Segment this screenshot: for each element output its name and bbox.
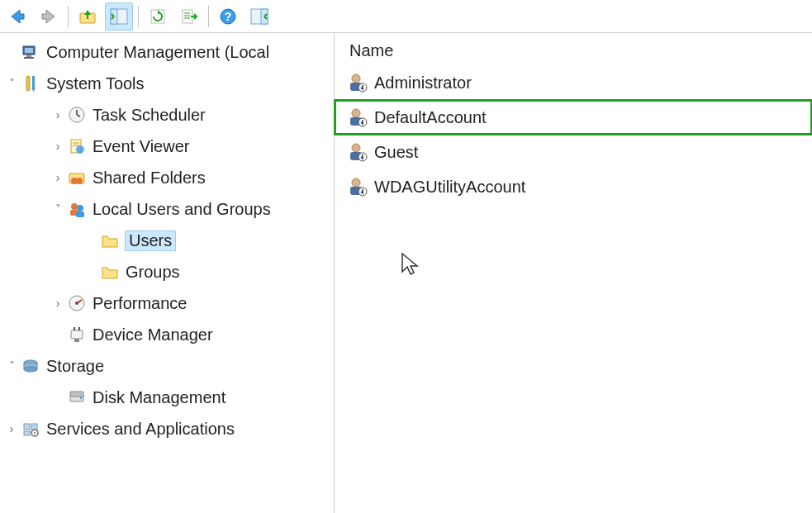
list-item-administrator[interactable]: Administrator [335, 65, 812, 100]
tree-label: Device Manager [93, 325, 213, 344]
toolbar-separator-2 [138, 6, 139, 27]
svg-rect-16 [26, 76, 30, 91]
nav-forward-button[interactable] [35, 2, 63, 31]
cursor-icon [401, 252, 420, 277]
svg-point-28 [71, 203, 78, 210]
toggle-action-pane-button[interactable] [245, 2, 273, 31]
svg-point-33 [75, 302, 78, 305]
performance-icon [66, 292, 88, 314]
toolbar-separator [68, 6, 69, 27]
user-disabled-icon [346, 106, 369, 129]
svg-rect-15 [24, 57, 34, 59]
svg-point-49 [352, 74, 360, 83]
tree-label: Computer Management (Local [46, 43, 269, 62]
tree-node-users[interactable]: Users [0, 225, 334, 256]
expander-icon[interactable]: › [50, 140, 66, 153]
svg-rect-17 [32, 76, 35, 88]
list-item-defaultaccount[interactable]: DefaultAccount [335, 100, 812, 135]
tree-node-services-apps[interactable]: › Services and Applications [0, 413, 334, 444]
tree-node-computer-management[interactable]: Computer Management (Local [0, 36, 334, 68]
svg-text:?: ? [225, 10, 232, 23]
tree-label: Services and Applications [46, 420, 235, 439]
export-icon [180, 7, 198, 26]
tree-node-performance[interactable]: › Performance [0, 287, 334, 319]
tree-label: Local Users and Groups [93, 200, 271, 219]
tree-node-disk-management[interactable]: Disk Management [0, 382, 334, 413]
nav-back-button[interactable] [3, 2, 31, 31]
storage-icon [20, 355, 41, 377]
expander-icon[interactable]: › [50, 171, 66, 184]
shared-folders-icon [66, 167, 88, 188]
tree-node-task-scheduler[interactable]: › Task Scheduler [0, 99, 334, 131]
disk-management-icon [66, 387, 88, 408]
svg-point-52 [352, 109, 360, 117]
up-level-button[interactable] [74, 2, 102, 31]
expander-icon[interactable]: ˅ [50, 202, 66, 216]
list-item-label: Guest [374, 143, 418, 162]
services-apps-icon [20, 418, 41, 439]
svg-rect-46 [24, 431, 30, 435]
list-item-wdagutilityaccount[interactable]: WDAGUtilityAccount [335, 169, 812, 204]
tree-node-groups[interactable]: Groups [0, 256, 334, 287]
svg-point-58 [352, 178, 360, 187]
list-item-label: DefaultAccount [374, 108, 487, 127]
refresh-icon [149, 7, 167, 26]
folder-up-icon [78, 7, 97, 26]
folder-icon [99, 261, 121, 283]
list-item-label: Administrator [374, 74, 472, 93]
svg-rect-45 [31, 424, 37, 430]
user-disabled-icon [346, 140, 369, 164]
svg-rect-13 [25, 48, 33, 53]
expander-icon[interactable]: ˅ [3, 359, 20, 373]
tree-label: Shared Folders [93, 169, 206, 188]
list-column-name[interactable]: Name [335, 36, 812, 65]
help-icon: ? [219, 7, 237, 26]
svg-rect-14 [26, 55, 31, 57]
device-manager-icon [66, 324, 88, 345]
toolbar-separator-3 [208, 6, 209, 27]
expander-icon[interactable]: › [50, 297, 66, 310]
export-list-button[interactable] [175, 2, 203, 31]
svg-rect-37 [74, 339, 79, 342]
expander-icon[interactable]: › [3, 422, 20, 435]
svg-point-55 [352, 144, 360, 152]
svg-rect-42 [70, 392, 83, 397]
clock-icon [66, 104, 88, 126]
toggle-tree-button[interactable] [105, 2, 133, 31]
tree-node-storage[interactable]: ˅ Storage [0, 350, 334, 382]
pane-tree-icon [109, 7, 129, 26]
expander-icon[interactable]: ˅ [3, 77, 20, 90]
user-disabled-icon [346, 71, 369, 94]
tree-label: Disk Management [93, 388, 226, 407]
list-item-label: WDAGUtilityAccount [374, 178, 525, 197]
svg-point-43 [80, 397, 82, 399]
svg-point-40 [24, 367, 37, 372]
tree-label: Performance [93, 294, 188, 313]
arrow-left-icon [7, 7, 27, 26]
tree-node-shared-folders[interactable]: › Shared Folders [0, 162, 334, 193]
expander-icon[interactable]: › [50, 108, 66, 121]
folder-icon [99, 230, 121, 251]
svg-point-24 [76, 145, 84, 154]
tree-node-system-tools[interactable]: ˅ System Tools [0, 68, 334, 99]
help-button[interactable]: ? [214, 2, 242, 31]
svg-rect-44 [24, 424, 30, 430]
event-viewer-icon [66, 135, 88, 157]
tree-label: Event Viewer [93, 137, 189, 156]
tree-pane: Computer Management (Local ˅ System Tool… [0, 33, 335, 513]
pane-action-icon [249, 7, 269, 26]
tree-label: System Tools [46, 74, 145, 93]
tree-node-event-viewer[interactable]: › Event Viewer [0, 131, 334, 162]
list-item-guest[interactable]: Guest [335, 135, 812, 169]
computer-management-icon [20, 41, 41, 63]
arrow-right-icon [39, 7, 59, 26]
tree-node-device-manager[interactable]: Device Manager [0, 319, 334, 350]
toolbar: ? [0, 0, 812, 33]
tree-node-local-users-groups[interactable]: ˅ Local Users and Groups [0, 193, 334, 225]
refresh-button[interactable] [144, 2, 172, 31]
tree-label: Users [126, 231, 175, 250]
tree-label: Task Scheduler [93, 106, 206, 125]
svg-rect-34 [71, 330, 83, 339]
svg-point-27 [76, 178, 83, 184]
users-groups-icon [66, 198, 88, 220]
